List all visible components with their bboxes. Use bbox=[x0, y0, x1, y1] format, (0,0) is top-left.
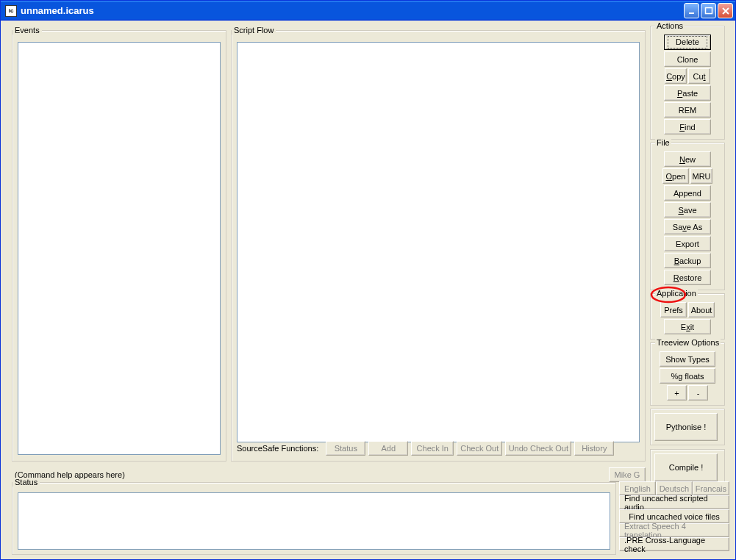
events-legend: Events bbox=[12, 26, 42, 35]
minimize-button[interactable] bbox=[684, 3, 699, 18]
svg-rect-1 bbox=[705, 7, 712, 13]
pre-cross-lang-button[interactable]: .PRE Cross-Language check bbox=[619, 537, 729, 551]
sourcesafe-row: SourceSafe Functions: Status Add Check I… bbox=[237, 440, 640, 456]
sourcesafe-label: SourceSafe Functions: bbox=[237, 444, 318, 453]
cut-button[interactable]: Cut bbox=[688, 68, 710, 84]
svg-rect-0 bbox=[689, 12, 694, 14]
maximize-button[interactable] bbox=[701, 3, 716, 18]
backup-button[interactable]: Backup bbox=[664, 253, 711, 268]
copy-button[interactable]: Copy bbox=[665, 68, 687, 84]
export-button[interactable]: Export bbox=[664, 236, 711, 251]
exit-button[interactable]: Exit bbox=[664, 319, 711, 334]
status-area[interactable] bbox=[18, 492, 610, 550]
right-column: Actions Delete Clone Copy Cut Paste REM … bbox=[650, 26, 725, 489]
gfloats-button[interactable]: %g floats bbox=[660, 368, 715, 384]
ss-checkout-button[interactable]: Check Out bbox=[457, 441, 502, 456]
append-button[interactable]: Append bbox=[664, 185, 711, 201]
ss-history-button[interactable]: History bbox=[574, 441, 614, 456]
compile-button[interactable]: Compile ! bbox=[654, 453, 718, 481]
new-button[interactable]: New bbox=[664, 151, 711, 167]
treeview-legend: Treeview Options bbox=[655, 338, 721, 347]
clone-button[interactable]: Clone bbox=[664, 51, 711, 67]
app-icon: ic bbox=[5, 5, 17, 17]
collapse-button[interactable]: - bbox=[688, 385, 708, 401]
ss-checkin-button[interactable]: Check In bbox=[411, 441, 454, 456]
file-legend: File bbox=[655, 138, 671, 147]
about-button[interactable]: About bbox=[688, 302, 715, 317]
show-types-button[interactable]: Show Types bbox=[660, 351, 715, 367]
ss-status-button[interactable]: Status bbox=[326, 441, 365, 456]
prefs-button[interactable]: Prefs bbox=[660, 302, 687, 317]
expand-button[interactable]: + bbox=[667, 385, 687, 401]
titlebar: ic unnamed.icarus bbox=[1, 1, 735, 21]
pythonise-box: Pythonise ! bbox=[650, 409, 725, 445]
application-group: Application Prefs About Exit bbox=[650, 293, 725, 340]
delete-button[interactable]: Delete bbox=[664, 35, 711, 50]
client-area: Events Script Flow SourceSafe Functions:… bbox=[3, 22, 733, 557]
actions-legend: Actions bbox=[655, 21, 685, 30]
ss-add-button[interactable]: Add bbox=[368, 441, 408, 456]
rem-button[interactable]: REM bbox=[664, 102, 711, 118]
close-button[interactable] bbox=[718, 3, 733, 18]
pythonise-button[interactable]: Pythonise ! bbox=[654, 413, 718, 441]
application-legend: Application bbox=[655, 289, 698, 298]
actions-group: Actions Delete Clone Copy Cut Paste REM … bbox=[650, 26, 725, 140]
find-button[interactable]: Find bbox=[664, 119, 711, 134]
bottom-right-stack: English Deutsch Francais Find uncached s… bbox=[619, 481, 729, 551]
compile-box: Compile ! bbox=[650, 449, 725, 486]
restore-button[interactable]: Restore bbox=[664, 270, 711, 285]
scriptflow-group: Script Flow SourceSafe Functions: Status… bbox=[231, 26, 646, 462]
status-group: Status bbox=[12, 478, 616, 555]
events-list[interactable] bbox=[18, 42, 221, 455]
events-group: Events bbox=[12, 26, 226, 462]
window: ic unnamed.icarus Events Script Flow Sou… bbox=[0, 0, 736, 560]
treeview-group: Treeview Options Show Types %g floats + … bbox=[650, 342, 725, 406]
mru-button[interactable]: MRU bbox=[690, 168, 712, 184]
scriptflow-list[interactable] bbox=[237, 42, 640, 442]
save-button[interactable]: Save bbox=[664, 202, 711, 218]
window-title: unnamed.icarus bbox=[21, 5, 684, 16]
status-legend: Status bbox=[12, 478, 40, 487]
open-button[interactable]: Open bbox=[662, 168, 689, 184]
paste-button[interactable]: Paste bbox=[664, 85, 711, 101]
find-uncached-audio-button[interactable]: Find uncached scripted audio bbox=[619, 495, 729, 509]
file-group: File New Open MRU Append Save Save As Ex… bbox=[650, 143, 725, 290]
scriptflow-legend: Script Flow bbox=[232, 26, 276, 35]
ss-undocheckout-button[interactable]: Undo Check Out bbox=[505, 441, 571, 456]
saveas-button[interactable]: Save As bbox=[664, 219, 711, 234]
